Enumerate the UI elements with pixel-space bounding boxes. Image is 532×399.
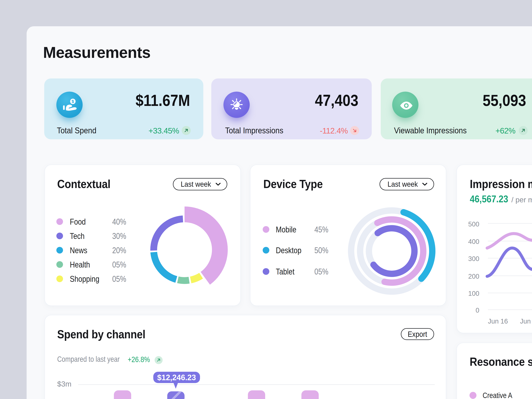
svg-text:$: $ [72,99,74,104]
